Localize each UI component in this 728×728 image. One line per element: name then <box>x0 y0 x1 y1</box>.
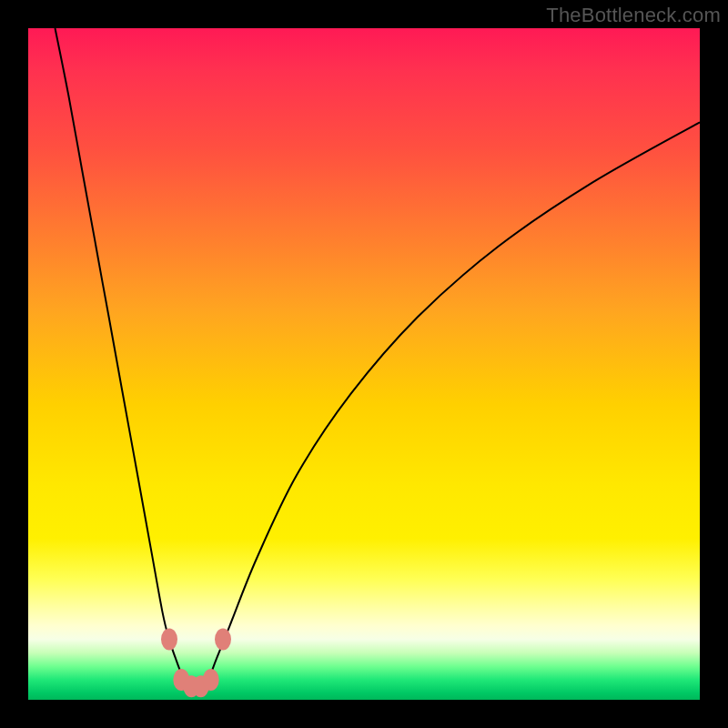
marker-group <box>161 629 231 698</box>
chart-svg <box>28 28 700 700</box>
bottleneck-curve <box>56 28 701 686</box>
curve-marker <box>215 629 231 651</box>
plot-area <box>28 28 700 700</box>
curve-marker <box>161 629 177 651</box>
attribution-label: TheBottleneck.com <box>546 4 721 27</box>
chart-stage: TheBottleneck.com <box>0 0 728 728</box>
curve-marker <box>203 669 219 691</box>
